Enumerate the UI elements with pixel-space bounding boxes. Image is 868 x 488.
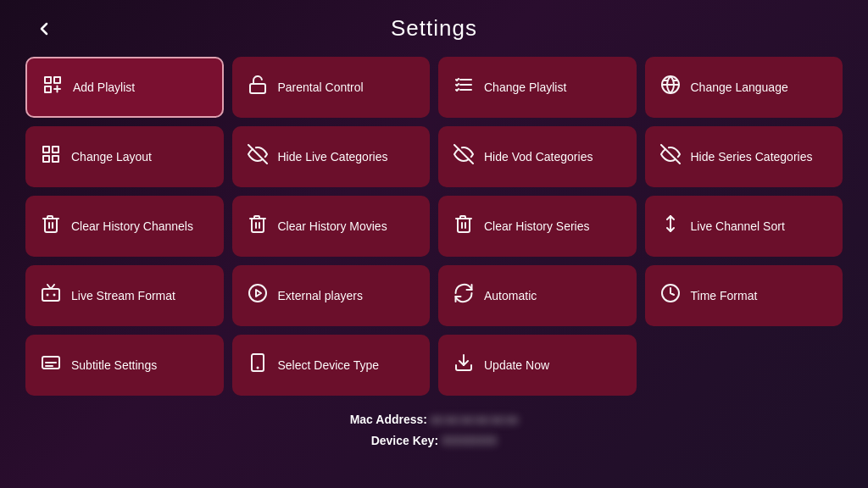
change-playlist-icon bbox=[453, 75, 474, 100]
svg-rect-15 bbox=[53, 156, 58, 162]
clear-history-series-label: Clear History Series bbox=[484, 219, 589, 234]
svg-rect-1 bbox=[54, 77, 60, 83]
clear-history-channels-icon bbox=[41, 214, 61, 239]
hide-live-categories-icon bbox=[248, 144, 268, 169]
change-language-button[interactable]: Change Language bbox=[645, 57, 843, 118]
add-playlist-label: Add Playlist bbox=[73, 80, 135, 95]
live-channel-sort-button[interactable]: Live Channel Sort bbox=[645, 196, 843, 257]
svg-rect-0 bbox=[45, 77, 51, 83]
hide-live-categories-button[interactable]: Hide Live Categories bbox=[232, 126, 431, 187]
device-key-value: XXXXXXX bbox=[442, 430, 497, 452]
change-playlist-button[interactable]: Change Playlist bbox=[438, 57, 637, 118]
svg-rect-26 bbox=[42, 289, 59, 301]
back-button[interactable] bbox=[34, 19, 54, 39]
svg-rect-14 bbox=[43, 156, 49, 162]
mac-label: Mac Address: bbox=[350, 413, 427, 426]
change-layout-icon bbox=[41, 144, 61, 169]
time-format-icon bbox=[660, 283, 681, 308]
select-device-type-button[interactable]: Select Device Type bbox=[232, 335, 431, 396]
hide-live-categories-label: Hide Live Categories bbox=[278, 149, 388, 164]
hide-vod-categories-button[interactable]: Hide Vod Categories bbox=[438, 126, 637, 187]
svg-rect-2 bbox=[45, 86, 51, 92]
hide-series-categories-label: Hide Series Categories bbox=[691, 149, 813, 164]
subtitle-settings-button[interactable]: Subtitle Settings bbox=[25, 335, 224, 396]
mac-value: xx:xx:xx:xx:xx:xx bbox=[431, 409, 518, 430]
automatic-button[interactable]: Automatic bbox=[438, 265, 637, 326]
page-title: Settings bbox=[391, 15, 477, 42]
clear-history-series-icon bbox=[453, 214, 474, 239]
svg-rect-12 bbox=[43, 147, 49, 152]
add-playlist-icon bbox=[42, 75, 63, 100]
select-device-type-icon bbox=[248, 352, 268, 378]
change-playlist-label: Change Playlist bbox=[484, 80, 566, 95]
update-now-label: Update Now bbox=[484, 358, 549, 373]
hide-vod-categories-icon bbox=[453, 144, 474, 169]
live-channel-sort-label: Live Channel Sort bbox=[691, 219, 785, 234]
clear-history-channels-button[interactable]: Clear History Channels bbox=[25, 196, 224, 257]
hide-series-categories-icon bbox=[660, 144, 681, 169]
external-players-label: External players bbox=[278, 288, 363, 303]
svg-point-29 bbox=[249, 285, 266, 302]
svg-marker-30 bbox=[256, 290, 261, 297]
subtitle-settings-label: Subtitle Settings bbox=[71, 358, 157, 373]
footer: Mac Address: xx:xx:xx:xx:xx:xx Device Ke… bbox=[0, 409, 868, 452]
device-key-label: Device Key: bbox=[371, 434, 438, 447]
change-language-icon bbox=[660, 75, 681, 100]
hide-series-categories-button[interactable]: Hide Series Categories bbox=[645, 126, 843, 187]
clear-history-movies-button[interactable]: Clear History Movies bbox=[232, 196, 431, 257]
change-language-label: Change Language bbox=[691, 80, 788, 95]
parental-control-button[interactable]: Parental Control bbox=[232, 57, 431, 118]
automatic-icon bbox=[453, 283, 474, 308]
time-format-label: Time Format bbox=[691, 288, 758, 303]
time-format-button[interactable]: Time Format bbox=[645, 265, 843, 326]
change-layout-button[interactable]: Change Layout bbox=[25, 126, 224, 187]
live-channel-sort-icon bbox=[660, 214, 681, 239]
update-now-button[interactable]: Update Now bbox=[438, 335, 637, 396]
hide-vod-categories-label: Hide Vod Categories bbox=[484, 149, 593, 164]
automatic-label: Automatic bbox=[484, 288, 537, 303]
external-players-button[interactable]: External players bbox=[232, 265, 431, 326]
change-layout-label: Change Layout bbox=[71, 149, 152, 164]
header: Settings bbox=[0, 0, 868, 50]
svg-rect-5 bbox=[250, 84, 265, 93]
parental-control-label: Parental Control bbox=[278, 80, 364, 95]
clear-history-channels-label: Clear History Channels bbox=[71, 219, 193, 234]
live-stream-format-label: Live Stream Format bbox=[71, 288, 175, 303]
select-device-type-label: Select Device Type bbox=[278, 358, 380, 373]
svg-rect-13 bbox=[53, 147, 58, 152]
parental-control-icon bbox=[248, 75, 268, 100]
live-stream-format-button[interactable]: Live Stream Format bbox=[25, 265, 224, 326]
settings-grid: Add PlaylistParental ControlChange Playl… bbox=[0, 50, 868, 402]
external-players-icon bbox=[248, 283, 268, 308]
clear-history-series-button[interactable]: Clear History Series bbox=[438, 196, 637, 257]
live-stream-format-icon bbox=[41, 283, 61, 308]
subtitle-settings-icon bbox=[41, 352, 61, 378]
clear-history-movies-label: Clear History Movies bbox=[278, 219, 387, 234]
clear-history-movies-icon bbox=[248, 214, 268, 239]
update-now-icon bbox=[453, 352, 474, 378]
add-playlist-button[interactable]: Add Playlist bbox=[25, 57, 224, 118]
